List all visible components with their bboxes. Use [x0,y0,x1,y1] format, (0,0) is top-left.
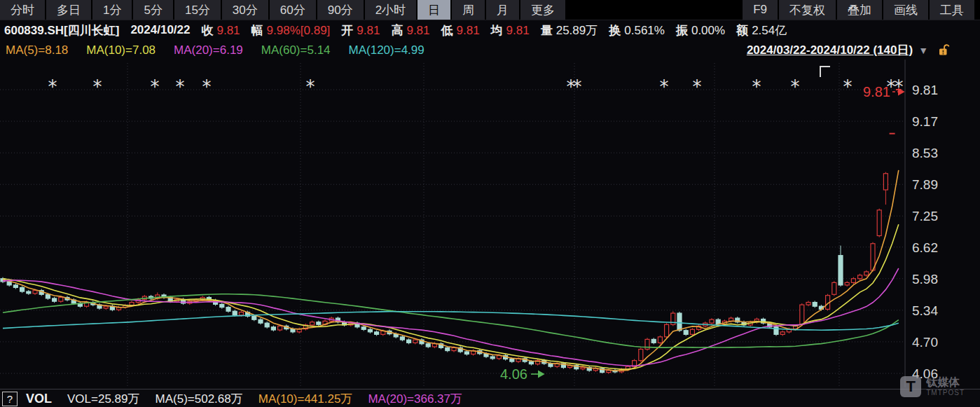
quote-field-换: 换0.561% [609,22,665,39]
period-tab-2小时[interactable]: 2小时 [365,0,416,20]
period-tabs: 分时多日1分5分15分30分60分90分2小时日周月更多 [0,0,567,20]
ma-line-10 [3,224,899,369]
period-tab-月[interactable]: 月 [486,0,519,20]
svg-text:*: * [573,76,582,97]
quote-field-label: 低 [441,24,453,37]
quote-field-label: 振 [676,24,688,37]
quote-field-value: 9.81 [357,24,380,37]
quote-field-幅: 幅9.98%[0.89] [251,22,331,39]
low-price-annotation: 4.06 [500,366,527,382]
quote-field-高: 高9.81 [391,22,429,39]
price-tick: 7.89 [912,177,938,192]
toolbar-button-不复权[interactable]: 不复权 [779,0,836,20]
candlestick-chart[interactable]: ***************9.819.178.537.897.256.625… [0,60,980,389]
help-icon[interactable]: ? [2,392,18,406]
ma-label: MA(20)=6.19 [174,43,243,57]
range-controls: 2024/03/22-2024/10/22 (140日) ▼ [747,41,951,60]
svg-text:*: * [202,76,212,97]
quote-field-量: 量25.89万 [541,22,598,39]
vol-labels: VOL=25.89万MA(5)=502.68万MA(10)=441.25万MA(… [52,391,462,407]
quote-field-label: 量 [541,24,553,37]
price-tick: 9.17 [912,114,938,129]
ma-label: MA(60)=5.14 [261,43,331,57]
period-tab-5分[interactable]: 5分 [133,0,172,20]
lock-icon[interactable] [937,43,951,57]
svg-text:*: * [93,76,102,97]
svg-text:*: * [791,76,800,97]
vol-label: MA(10)=441.25万 [258,391,353,407]
toolbar-button-叠加[interactable]: 叠加 [837,0,882,20]
svg-text:*: * [693,76,702,97]
period-tab-多日[interactable]: 多日 [46,0,91,20]
period-tab-15分[interactable]: 15分 [174,0,221,20]
svg-text:*: * [752,76,761,97]
quote-field-value: 9.98%[0.89] [267,24,331,37]
quote-field-value: 9.81 [457,24,480,37]
toolbar-spacer [567,0,743,20]
candles [1,90,902,374]
ma-line-20 [3,268,899,366]
ma-label: MA(120)=4.99 [349,43,425,57]
chevron-down-icon[interactable]: ▼ [918,45,928,56]
price-tick: 8.53 [912,146,938,160]
price-tick: 4.70 [912,335,938,350]
period-tab-更多[interactable]: 更多 [520,0,565,20]
vol-title[interactable]: VOL [26,392,52,406]
corner-mark [820,67,830,77]
quote-info-bar: 600839.SH[四川长虹] 2024/10/22 收9.81幅9.98%[0… [0,20,980,40]
date-range-label[interactable]: 2024/03/22-2024/10/22 (140日) [747,42,913,58]
svg-text:*: * [48,76,57,97]
period-tab-1分[interactable]: 1分 [92,0,132,20]
quote-field-label: 开 [341,24,353,37]
event-marks: *************** [48,76,904,97]
tmtpost-watermark: T 钛媒体 TMTPOST [900,376,965,397]
period-toolbar: 分时多日1分5分15分30分60分90分2小时日周月更多 F9不复权叠加画线工具 [0,0,980,20]
quote-field-开: 开9.81 [341,22,380,39]
watermark-cn: 钛媒体 [926,377,965,388]
ma-label: MA(5)=8.18 [6,43,68,57]
price-tick: 5.34 [912,303,938,318]
watermark-en: TMTPOST [926,389,965,396]
price-tick: 7.25 [912,209,938,223]
ma-lines [3,170,899,371]
quote-field-value: 25.89万 [556,24,598,37]
period-tab-日[interactable]: 日 [417,0,450,20]
period-tab-90分[interactable]: 90分 [317,0,364,20]
quote-fields: 收9.81幅9.98%[0.89]开9.81高9.81低9.81均9.81量25… [190,22,787,39]
quote-field-value: 9.81 [506,24,530,37]
vol-label: MA(5)=502.68万 [156,391,243,407]
price-axis: 9.819.178.537.897.256.625.985.344.704.06 [905,60,938,387]
ma-label: MA(10)=7.08 [86,43,156,57]
period-tab-分时[interactable]: 分时 [0,0,45,20]
svg-text:*: * [176,76,185,97]
volume-indicator-bar: ? VOL VOL=25.89万MA(5)=502.68万MA(10)=441.… [0,389,980,407]
ma-line-5 [3,170,899,371]
quote-field-振: 振0.00% [676,22,725,39]
stock-symbol[interactable]: 600839.SH[四川长虹] [4,22,119,39]
period-tab-60分[interactable]: 60分 [270,0,316,20]
vol-label: VOL=25.89万 [67,391,140,407]
quote-field-额: 额2.54亿 [736,22,787,39]
toolbar-button-工具[interactable]: 工具 [930,0,974,20]
period-tab-周[interactable]: 周 [452,0,485,20]
quote-field-label: 幅 [251,24,263,37]
svg-text:*: * [306,76,315,97]
quote-field-value: 9.81 [406,24,429,37]
vol-label: MA(20)=366.37万 [368,391,462,407]
quote-field-均: 均9.81 [491,22,530,39]
toolbar-right: F9不复权叠加画线工具 [743,0,976,20]
toolbar-button-F9[interactable]: F9 [743,0,778,20]
quote-field-label: 换 [609,24,621,37]
stock-app-window: 分时多日1分5分15分30分60分90分2小时日周月更多 F9不复权叠加画线工具… [0,0,980,407]
quote-field-value: 0.561% [624,24,665,37]
toolbar-button-画线[interactable]: 画线 [883,0,928,20]
svg-text:*: * [895,76,904,97]
quote-field-label: 均 [491,24,503,37]
svg-text:*: * [660,76,669,97]
price-tick: 6.62 [912,240,938,255]
ma-labels: MA(5)=8.18MA(10)=7.08MA(20)=6.19MA(60)=5… [0,43,437,57]
svg-text:*: * [843,76,853,97]
period-tab-30分[interactable]: 30分 [222,0,268,20]
quote-field-label: 收 [201,24,213,37]
quote-field-label: 额 [736,24,748,37]
